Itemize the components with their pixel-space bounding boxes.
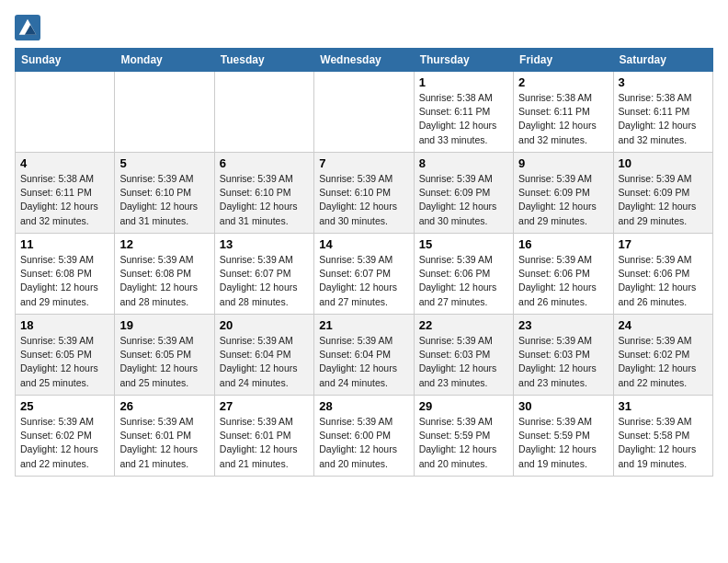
calendar-cell: 24Sunrise: 5:39 AM Sunset: 6:02 PM Dayli… <box>613 315 712 396</box>
day-number: 20 <box>220 318 309 332</box>
day-number: 2 <box>518 75 608 89</box>
day-detail: Sunrise: 5:39 AM Sunset: 6:01 PM Dayligh… <box>220 415 309 471</box>
day-number: 1 <box>419 75 508 89</box>
calendar-cell <box>16 72 115 153</box>
calendar-cell: 16Sunrise: 5:39 AM Sunset: 6:06 PM Dayli… <box>514 234 613 315</box>
calendar-cell: 19Sunrise: 5:39 AM Sunset: 6:05 PM Dayli… <box>115 315 214 396</box>
calendar-week-row: 18Sunrise: 5:39 AM Sunset: 6:05 PM Dayli… <box>16 315 713 396</box>
calendar-cell: 31Sunrise: 5:39 AM Sunset: 5:58 PM Dayli… <box>613 396 712 477</box>
day-number: 3 <box>619 75 708 89</box>
day-number: 8 <box>419 156 508 170</box>
day-number: 14 <box>319 237 408 251</box>
day-detail: Sunrise: 5:39 AM Sunset: 6:05 PM Dayligh… <box>119 334 209 390</box>
calendar-week-row: 4Sunrise: 5:38 AM Sunset: 6:11 PM Daylig… <box>16 153 713 234</box>
day-number: 11 <box>20 237 109 251</box>
day-number: 15 <box>419 237 508 251</box>
day-header-sunday: Sunday <box>16 49 115 72</box>
day-detail: Sunrise: 5:38 AM Sunset: 6:11 PM Dayligh… <box>419 91 508 147</box>
calendar-cell <box>314 72 414 153</box>
calendar-cell: 17Sunrise: 5:39 AM Sunset: 6:06 PM Dayli… <box>613 234 712 315</box>
calendar-cell: 23Sunrise: 5:39 AM Sunset: 6:03 PM Dayli… <box>514 315 613 396</box>
calendar-cell: 4Sunrise: 5:38 AM Sunset: 6:11 PM Daylig… <box>16 153 115 234</box>
day-number: 4 <box>20 156 109 170</box>
day-number: 24 <box>619 318 708 332</box>
calendar-cell: 3Sunrise: 5:38 AM Sunset: 6:11 PM Daylig… <box>613 72 712 153</box>
day-number: 26 <box>119 399 209 413</box>
calendar-cell: 22Sunrise: 5:39 AM Sunset: 6:03 PM Dayli… <box>414 315 513 396</box>
day-number: 17 <box>619 237 708 251</box>
calendar-week-row: 25Sunrise: 5:39 AM Sunset: 6:02 PM Dayli… <box>16 396 713 477</box>
day-detail: Sunrise: 5:38 AM Sunset: 6:11 PM Dayligh… <box>619 91 708 147</box>
day-detail: Sunrise: 5:38 AM Sunset: 6:11 PM Dayligh… <box>518 91 608 147</box>
calendar-cell: 14Sunrise: 5:39 AM Sunset: 6:07 PM Dayli… <box>314 234 414 315</box>
calendar-cell: 15Sunrise: 5:39 AM Sunset: 6:06 PM Dayli… <box>414 234 513 315</box>
day-detail: Sunrise: 5:39 AM Sunset: 6:01 PM Dayligh… <box>119 415 209 471</box>
calendar-cell: 11Sunrise: 5:39 AM Sunset: 6:08 PM Dayli… <box>16 234 115 315</box>
calendar-cell: 29Sunrise: 5:39 AM Sunset: 5:59 PM Dayli… <box>414 396 513 477</box>
day-header-monday: Monday <box>115 49 214 72</box>
calendar-cell: 8Sunrise: 5:39 AM Sunset: 6:09 PM Daylig… <box>414 153 513 234</box>
day-number: 6 <box>220 156 309 170</box>
calendar-cell: 1Sunrise: 5:38 AM Sunset: 6:11 PM Daylig… <box>414 72 513 153</box>
day-header-saturday: Saturday <box>613 49 712 72</box>
calendar-cell: 21Sunrise: 5:39 AM Sunset: 6:04 PM Dayli… <box>314 315 414 396</box>
day-detail: Sunrise: 5:39 AM Sunset: 6:06 PM Dayligh… <box>419 253 508 309</box>
calendar-cell: 18Sunrise: 5:39 AM Sunset: 6:05 PM Dayli… <box>16 315 115 396</box>
day-header-wednesday: Wednesday <box>314 49 414 72</box>
calendar-header-row: SundayMondayTuesdayWednesdayThursdayFrid… <box>16 49 713 72</box>
day-number: 9 <box>518 156 608 170</box>
page-header <box>15 15 713 40</box>
calendar-cell: 27Sunrise: 5:39 AM Sunset: 6:01 PM Dayli… <box>214 396 313 477</box>
day-detail: Sunrise: 5:39 AM Sunset: 6:04 PM Dayligh… <box>319 334 408 390</box>
day-detail: Sunrise: 5:39 AM Sunset: 6:09 PM Dayligh… <box>619 172 708 228</box>
calendar-cell: 25Sunrise: 5:39 AM Sunset: 6:02 PM Dayli… <box>16 396 115 477</box>
day-detail: Sunrise: 5:39 AM Sunset: 6:07 PM Dayligh… <box>319 253 408 309</box>
day-detail: Sunrise: 5:39 AM Sunset: 5:59 PM Dayligh… <box>419 415 508 471</box>
day-detail: Sunrise: 5:39 AM Sunset: 6:10 PM Dayligh… <box>119 172 209 228</box>
calendar-cell: 28Sunrise: 5:39 AM Sunset: 6:00 PM Dayli… <box>314 396 414 477</box>
day-number: 19 <box>119 318 209 332</box>
day-detail: Sunrise: 5:38 AM Sunset: 6:11 PM Dayligh… <box>20 172 109 228</box>
day-detail: Sunrise: 5:39 AM Sunset: 6:07 PM Dayligh… <box>220 253 309 309</box>
day-detail: Sunrise: 5:39 AM Sunset: 6:03 PM Dayligh… <box>419 334 508 390</box>
day-number: 21 <box>319 318 408 332</box>
day-number: 16 <box>518 237 608 251</box>
day-detail: Sunrise: 5:39 AM Sunset: 6:05 PM Dayligh… <box>20 334 109 390</box>
day-detail: Sunrise: 5:39 AM Sunset: 6:06 PM Dayligh… <box>518 253 608 309</box>
day-number: 12 <box>119 237 209 251</box>
day-detail: Sunrise: 5:39 AM Sunset: 6:02 PM Dayligh… <box>20 415 109 471</box>
calendar-cell <box>214 72 313 153</box>
day-number: 18 <box>20 318 109 332</box>
day-detail: Sunrise: 5:39 AM Sunset: 6:08 PM Dayligh… <box>20 253 109 309</box>
calendar-cell: 12Sunrise: 5:39 AM Sunset: 6:08 PM Dayli… <box>115 234 214 315</box>
day-detail: Sunrise: 5:39 AM Sunset: 6:10 PM Dayligh… <box>319 172 408 228</box>
calendar-cell: 9Sunrise: 5:39 AM Sunset: 6:09 PM Daylig… <box>514 153 613 234</box>
day-detail: Sunrise: 5:39 AM Sunset: 6:00 PM Dayligh… <box>319 415 408 471</box>
calendar-cell: 30Sunrise: 5:39 AM Sunset: 5:59 PM Dayli… <box>514 396 613 477</box>
calendar-cell: 2Sunrise: 5:38 AM Sunset: 6:11 PM Daylig… <box>514 72 613 153</box>
calendar-cell <box>115 72 214 153</box>
day-number: 10 <box>619 156 708 170</box>
day-header-friday: Friday <box>514 49 613 72</box>
day-detail: Sunrise: 5:39 AM Sunset: 6:09 PM Dayligh… <box>518 172 608 228</box>
calendar-cell: 13Sunrise: 5:39 AM Sunset: 6:07 PM Dayli… <box>214 234 313 315</box>
day-number: 30 <box>518 399 608 413</box>
day-detail: Sunrise: 5:39 AM Sunset: 6:02 PM Dayligh… <box>619 334 708 390</box>
day-number: 27 <box>220 399 309 413</box>
day-header-thursday: Thursday <box>414 49 513 72</box>
day-detail: Sunrise: 5:39 AM Sunset: 6:08 PM Dayligh… <box>119 253 209 309</box>
calendar-table: SundayMondayTuesdayWednesdayThursdayFrid… <box>15 48 713 477</box>
calendar-cell: 7Sunrise: 5:39 AM Sunset: 6:10 PM Daylig… <box>314 153 414 234</box>
calendar-cell: 6Sunrise: 5:39 AM Sunset: 6:10 PM Daylig… <box>214 153 313 234</box>
day-number: 29 <box>419 399 508 413</box>
day-detail: Sunrise: 5:39 AM Sunset: 6:10 PM Dayligh… <box>220 172 309 228</box>
logo <box>15 15 44 40</box>
calendar-cell: 20Sunrise: 5:39 AM Sunset: 6:04 PM Dayli… <box>214 315 313 396</box>
day-detail: Sunrise: 5:39 AM Sunset: 6:06 PM Dayligh… <box>619 253 708 309</box>
day-header-tuesday: Tuesday <box>214 49 313 72</box>
day-number: 22 <box>419 318 508 332</box>
generalblue-logo-icon <box>15 15 40 40</box>
day-number: 7 <box>319 156 408 170</box>
calendar-body: 1Sunrise: 5:38 AM Sunset: 6:11 PM Daylig… <box>16 72 713 477</box>
day-number: 5 <box>119 156 209 170</box>
